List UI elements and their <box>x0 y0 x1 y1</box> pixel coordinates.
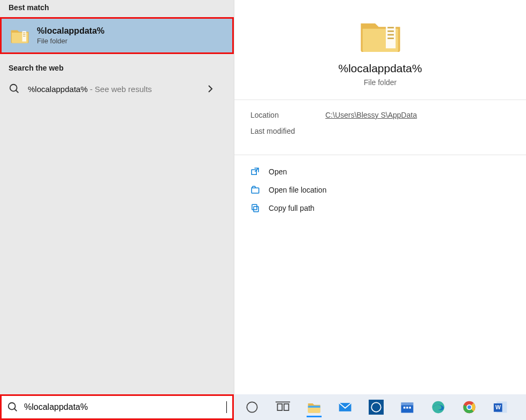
svg-rect-29 <box>403 407 406 409</box>
taskbar: W <box>234 394 526 420</box>
taskbar-file-explorer[interactable] <box>306 400 323 415</box>
best-match-result[interactable]: %localappdata% File folder <box>0 17 234 54</box>
svg-rect-8 <box>387 30 394 32</box>
svg-rect-10 <box>387 37 394 39</box>
best-match-header: Best match <box>0 0 234 17</box>
copy-icon <box>250 203 260 213</box>
svg-rect-23 <box>308 406 321 408</box>
modified-row: Last modified <box>250 127 510 135</box>
preview-title: %localappdata% <box>338 62 422 75</box>
info-block: Location C:\Users\Blessy S\AppData Last … <box>234 100 526 155</box>
svg-rect-19 <box>278 404 283 410</box>
svg-line-5 <box>16 90 19 93</box>
web-query-text: %localappdata% <box>28 85 88 94</box>
taskbar-word[interactable]: W <box>492 400 509 415</box>
taskbar-mail[interactable] <box>337 400 354 415</box>
actions-block: Open Open file location Copy full path <box>234 155 526 225</box>
svg-rect-31 <box>409 407 411 409</box>
open-icon <box>250 167 260 177</box>
dell-icon <box>369 400 384 415</box>
svg-rect-9 <box>387 34 394 36</box>
windows-search-panel: Best match %localappdata% File folder Se… <box>0 0 526 420</box>
svg-rect-2 <box>23 34 26 35</box>
action-open-location-label: Open file location <box>269 186 326 194</box>
action-open[interactable]: Open <box>250 163 510 181</box>
main-area: Best match %localappdata% File folder Se… <box>0 0 526 394</box>
preview-subtitle: File folder <box>364 78 397 87</box>
taskbar-edge[interactable] <box>430 400 447 415</box>
search-icon <box>7 401 19 413</box>
edge-icon <box>431 400 446 415</box>
calendar-icon <box>400 400 415 415</box>
preview-header: %localappdata% File folder <box>234 0 526 100</box>
modified-label: Last modified <box>250 127 325 135</box>
chrome-icon <box>462 400 477 415</box>
results-panel: Best match %localappdata% File folder Se… <box>0 0 234 394</box>
folder-icon <box>359 17 402 55</box>
web-result[interactable]: %localappdata% - See web results <box>0 78 234 100</box>
task-view-icon <box>276 400 291 415</box>
taskbar-task-view[interactable] <box>275 400 292 415</box>
taskbar-chrome[interactable] <box>461 400 478 415</box>
svg-rect-15 <box>252 204 257 210</box>
svg-rect-1 <box>23 33 26 33</box>
svg-rect-7 <box>387 27 394 28</box>
search-icon <box>9 83 20 95</box>
location-row: Location C:\Users\Blessy S\AppData <box>250 111 510 119</box>
svg-point-16 <box>9 403 16 410</box>
taskbar-calendar[interactable] <box>399 400 416 415</box>
chevron-right-icon <box>206 85 215 93</box>
best-match-subtitle: File folder <box>37 37 104 45</box>
action-open-label: Open <box>269 167 287 176</box>
svg-point-37 <box>468 406 471 409</box>
svg-rect-30 <box>406 407 408 409</box>
svg-rect-20 <box>284 404 289 410</box>
web-suffix-text: - See web results <box>88 85 152 94</box>
taskbar-cortana[interactable] <box>243 400 261 415</box>
action-copy-path-label: Copy full path <box>269 204 315 212</box>
cortana-icon <box>245 400 260 415</box>
svg-point-4 <box>10 85 17 91</box>
web-header: Search the web <box>0 54 234 78</box>
file-explorer-icon <box>307 400 322 415</box>
svg-text:W: W <box>495 404 501 410</box>
svg-rect-25 <box>369 400 384 415</box>
web-result-text: %localappdata% - See web results <box>28 85 152 94</box>
action-open-location[interactable]: Open file location <box>250 181 510 199</box>
best-match-title: %localappdata% <box>37 26 104 36</box>
svg-point-18 <box>247 402 257 412</box>
search-input[interactable] <box>24 402 226 412</box>
preview-panel: %localappdata% File folder Location C:\U… <box>234 0 526 394</box>
taskbar-dell[interactable] <box>368 400 385 415</box>
best-match-text: %localappdata% File folder <box>37 26 104 45</box>
location-label: Location <box>250 111 325 119</box>
svg-rect-3 <box>23 36 26 36</box>
open-location-icon <box>250 185 260 195</box>
action-copy-path[interactable]: Copy full path <box>250 199 510 217</box>
svg-line-17 <box>14 409 17 411</box>
mail-icon <box>338 400 353 415</box>
svg-rect-28 <box>401 402 414 405</box>
text-caret <box>226 401 227 413</box>
search-box[interactable] <box>0 394 234 420</box>
bottom-bar: W <box>0 394 526 420</box>
location-value[interactable]: C:\Users\Blessy S\AppData <box>325 111 417 119</box>
word-icon: W <box>493 400 508 415</box>
folder-icon <box>10 27 29 44</box>
svg-rect-14 <box>254 207 258 212</box>
svg-rect-13 <box>251 188 259 193</box>
